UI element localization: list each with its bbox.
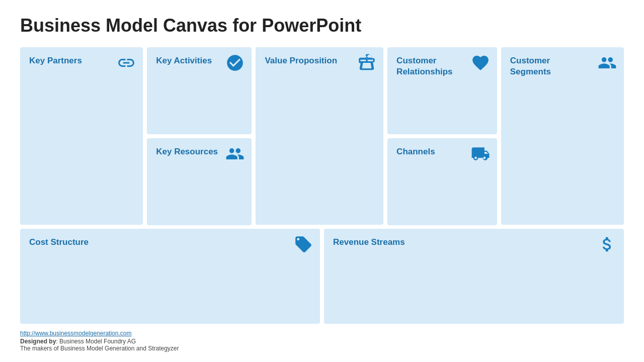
cell-cost-structure: Cost Structure — [20, 229, 320, 324]
gift-icon — [357, 53, 376, 72]
channels-label: Channels — [396, 146, 465, 157]
top-row: Key Partners Key Activities Key Resource… — [20, 47, 624, 225]
footer-designed-by: Designed by — [20, 338, 56, 345]
cell-revenue-streams: Revenue Streams — [324, 229, 624, 324]
footer-url[interactable]: http://www.businessmodelgeneration.com — [20, 330, 131, 337]
footer-tagline: The makers of Business Model Generation … — [20, 345, 624, 352]
revenue-streams-label: Revenue Streams — [333, 237, 544, 248]
checkmark-icon — [225, 53, 245, 72]
footer: http://www.businessmodelgeneration.com D… — [20, 330, 624, 352]
money-bag-icon — [598, 235, 617, 254]
key-resources-label: Key Resources — [156, 146, 221, 157]
bottom-row: Cost Structure Revenue Streams — [20, 229, 624, 324]
footer-company: : Business Model Foundry AG — [56, 338, 136, 345]
cost-structure-label: Cost Structure — [29, 237, 240, 248]
page: Business Model Canvas for PowerPoint Key… — [0, 0, 644, 362]
activities-resources-group: Key Activities Key Resources — [147, 47, 252, 225]
link-icon — [117, 53, 136, 72]
customer-relationships-label: Customer Relationships — [396, 55, 465, 77]
cell-customer-segments: Customer Segments — [501, 47, 624, 225]
cell-key-activities: Key Activities — [147, 47, 252, 134]
truck-icon — [471, 144, 490, 163]
cell-channels: Channels — [387, 138, 497, 225]
canvas-area: Key Partners Key Activities Key Resource… — [20, 47, 624, 324]
cell-customer-relationships: Customer Relationships — [387, 47, 497, 134]
heart-icon — [471, 53, 490, 72]
tag-icon — [294, 235, 313, 254]
footer-designed: Designed by: Business Model Foundry AG — [20, 338, 624, 345]
cell-key-resources: Key Resources — [147, 138, 252, 225]
customer-segments-label: Customer Segments — [510, 55, 589, 77]
people-icon — [598, 53, 617, 72]
page-title: Business Model Canvas for PowerPoint — [20, 15, 624, 36]
cell-value-proposition: Value Proposition — [256, 47, 383, 225]
value-proposition-label: Value Proposition — [265, 55, 347, 66]
resources-icon — [225, 144, 245, 163]
key-activities-label: Key Activities — [156, 55, 221, 66]
cell-key-partners: Key Partners — [20, 47, 143, 225]
relationships-channels-group: Customer Relationships Channels — [387, 47, 497, 225]
key-partners-label: Key Partners — [29, 55, 108, 66]
